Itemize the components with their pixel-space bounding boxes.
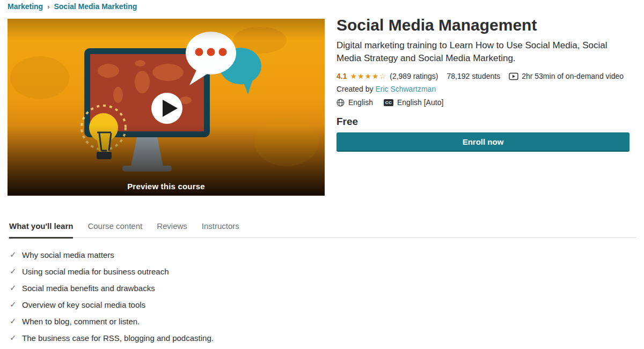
enroll-now-button[interactable]: Enroll now: [336, 132, 630, 152]
course-preview-thumbnail[interactable]: Preview this course: [8, 19, 325, 196]
price-label: Free: [336, 116, 630, 128]
check-icon: ✓: [10, 333, 22, 343]
rating-value: 4.1: [336, 72, 347, 80]
star-rating-icon: ★★★★☆: [350, 72, 386, 80]
tab-what-youll-learn[interactable]: What you'll learn: [9, 216, 73, 239]
course-info-panel: Social Media Management Digital marketin…: [336, 16, 630, 152]
breadcrumb-social-media-marketing[interactable]: Social Media Marketing: [54, 2, 137, 11]
preview-course-label[interactable]: Preview this course: [8, 182, 325, 191]
learn-item-text: Overview of key social media tools: [22, 300, 145, 309]
list-item: ✓ Using social media for business outrea…: [10, 266, 214, 276]
check-icon: ✓: [10, 316, 22, 326]
check-icon: ✓: [10, 250, 22, 259]
list-item: ✓ The business case for RSS, blogging an…: [10, 333, 214, 343]
closed-captions-icon: CC: [384, 99, 393, 106]
learn-item-text: Social media benefits and drawbacks: [22, 284, 155, 293]
course-illustration: [8, 19, 325, 196]
learn-item-text: Why social media matters: [22, 250, 114, 259]
learn-item-text: Using social media for business outreach: [22, 267, 169, 276]
tab-instructors[interactable]: Instructors: [202, 216, 239, 237]
tab-course-content[interactable]: Course content: [87, 216, 142, 237]
breadcrumb: Marketing › Social Media Marketing: [8, 2, 137, 11]
learn-list: ✓ Why social media matters ✓ Using socia…: [10, 250, 214, 349]
learn-item-text: The business case for RSS, blogging and …: [22, 333, 214, 343]
chevron-right-icon: ›: [43, 3, 54, 11]
check-icon: ✓: [10, 283, 22, 293]
play-button: [151, 93, 182, 124]
check-icon: ✓: [10, 300, 22, 309]
page-title: Social Media Management: [336, 16, 630, 34]
list-item: ✓ Overview of key social media tools: [10, 300, 214, 309]
students-count: 78,192 students: [447, 72, 501, 80]
list-item: ✓ Social media benefits and drawbacks: [10, 283, 214, 293]
learn-item-text: When to blog, comment or listen.: [22, 317, 140, 326]
created-by-row: Created by Eric Schwartzman: [336, 85, 630, 93]
created-by-label: Created by: [336, 85, 373, 93]
ratings-count[interactable]: (2,989 ratings): [390, 72, 438, 80]
globe-icon: [336, 99, 345, 107]
course-tabs: What you'll learn Course content Reviews…: [8, 216, 636, 238]
video-duration: 2hr 53min of on-demand video: [522, 72, 624, 80]
video-duration-icon: [509, 72, 518, 80]
course-subtitle: Digital marketing training to Learn How …: [336, 39, 618, 65]
check-icon: ✓: [10, 266, 22, 276]
breadcrumb-marketing[interactable]: Marketing: [8, 2, 43, 11]
course-meta-row: 4.1 ★★★★☆ (2,989 ratings) 78,192 student…: [336, 72, 630, 80]
list-item: ✓ When to blog, comment or listen.: [10, 316, 214, 326]
author-link[interactable]: Eric Schwartzman: [375, 85, 436, 93]
captions-language: English [Auto]: [397, 98, 443, 107]
list-item: ✓ Why social media matters: [10, 250, 214, 259]
language-row: English CC English [Auto]: [336, 98, 630, 107]
audio-language: English: [348, 98, 373, 107]
tab-reviews[interactable]: Reviews: [157, 216, 187, 237]
